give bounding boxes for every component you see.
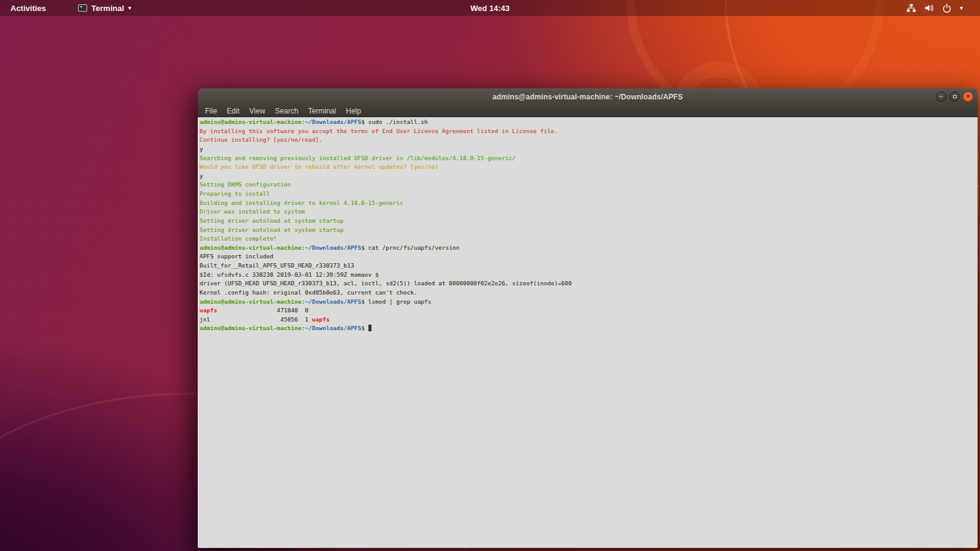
volume-icon [924, 3, 934, 13]
grep-match: uapfs [200, 307, 217, 314]
menu-item-edit[interactable]: Edit [222, 106, 244, 116]
terminal-line: jnl 45056 1 uapfs [200, 315, 978, 325]
terminal-app-icon [78, 4, 87, 12]
menu-bar: FileEditViewSearchTerminalHelp [198, 105, 978, 117]
prompt-path: ~/Downloads/APFS [305, 325, 362, 331]
terminal-line: $Id: ufsdvfs.c 330238 2019-03-01 12:39:5… [200, 271, 978, 280]
terminal-line: Preparing to install [200, 190, 978, 199]
terminal-line: Continue installing? [yes/no/read]. [200, 136, 978, 145]
terminal-text-segment: Continue installing? [yes/no/read]. [200, 136, 322, 143]
menu-item-terminal[interactable]: Terminal [303, 106, 341, 116]
terminal-text-segment: Would you like UFSD driver to rebuild af… [200, 163, 438, 170]
command-cat-version: cat /proc/fs/uapfs/version [368, 244, 460, 251]
menu-item-file[interactable]: File [200, 106, 222, 116]
terminal-text-segment: $ [361, 298, 368, 305]
close-button[interactable]: ✕ [963, 91, 973, 102]
terminal-line: Setting DKMS configuration [200, 180, 978, 190]
command-lsmod: lsmod | grep uapfs [368, 298, 432, 305]
prompt-user-host: admins@admins-virtual-machine [200, 325, 301, 331]
terminal-text-segment: By installing this software you accept t… [200, 128, 558, 134]
prompt-user-host: admins@admins-virtual-machine [200, 244, 301, 251]
terminal-text-segment: $Id: ufsdvfs.c 330238 2019-03-01 12:39:5… [200, 271, 379, 278]
terminal-text-segment: y [200, 145, 203, 152]
cursor-block [368, 325, 372, 331]
prompt-user-host: admins@admins-virtual-machine [200, 298, 301, 305]
terminal-line: Searching and removing previously instal… [200, 154, 978, 163]
terminal-text-segment: $ [361, 325, 368, 331]
terminal-line: Driver was installed to system [200, 207, 978, 217]
terminal-window: admins@admins-virtual-machine: ~/Downloa… [198, 88, 978, 548]
terminal-line: Installation complete! [200, 234, 978, 244]
terminal-line: driver (UFSD_HEAD UFSD_HEAD_r330373_b13,… [200, 279, 978, 288]
terminal-line: uapfs 471040 0 [200, 306, 978, 315]
activities-button[interactable]: Activities [8, 2, 49, 14]
grep-match: uapfs [312, 316, 330, 323]
terminal-text-segment: driver (UFSD_HEAD UFSD_HEAD_r330373_b13,… [200, 280, 572, 287]
terminal-line: Setting driver autoload at system startu… [200, 217, 978, 226]
app-menu-terminal[interactable]: Terminal ▾ [76, 2, 134, 14]
app-menu-label: Terminal [91, 4, 124, 13]
menu-item-view[interactable]: View [244, 106, 270, 116]
terminal-line: APFS support included [200, 252, 978, 261]
menu-item-help[interactable]: Help [341, 106, 366, 116]
terminal-line: Building and installing driver to kernel… [200, 199, 978, 208]
terminal-text-segment: Setting driver autoload at system startu… [200, 217, 344, 224]
command-install: sudo ./install.sh [368, 118, 428, 125]
terminal-text-segment: $ [361, 118, 368, 125]
system-status-area[interactable]: ▾ [906, 0, 963, 16]
chevron-down-icon: ▾ [128, 6, 131, 11]
terminal-line: admins@admins-virtual-machine:~/Download… [200, 244, 978, 253]
terminal-line: admins@admins-virtual-machine:~/Download… [200, 118, 978, 127]
window-controls: ─ ✕ [936, 91, 973, 102]
terminal-text-segment: Preparing to install [200, 190, 270, 197]
prompt-path: ~/Downloads/APFS [305, 118, 362, 125]
clock[interactable]: Wed 14:43 [470, 0, 510, 16]
terminal-line: Would you like UFSD driver to rebuild af… [200, 163, 978, 172]
terminal-text-segment: Kernel .config hash: original 0xd05b0e63… [200, 289, 418, 296]
terminal-output[interactable]: admins@admins-virtual-machine:~/Download… [198, 117, 978, 548]
minimize-button[interactable]: ─ [936, 91, 946, 102]
window-title: admins@admins-virtual-machine: ~/Downloa… [492, 93, 683, 101]
terminal-text-segment: Setting driver autoload at system startu… [200, 226, 344, 233]
terminal-text-segment: Building and installing driver to kernel… [200, 199, 403, 206]
terminal-text-segment: jnl 45056 1 [200, 316, 312, 323]
window-header: admins@admins-virtual-machine: ~/Downloa… [198, 88, 978, 117]
terminal-text-segment: y [200, 172, 203, 179]
title-bar[interactable]: admins@admins-virtual-machine: ~/Downloa… [198, 88, 978, 105]
top-bar: Activities Terminal ▾ Wed 14:43 ▾ [0, 0, 980, 16]
terminal-line: admins@admins-virtual-machine:~/Download… [200, 324, 978, 333]
prompt-path: ~/Downloads/APFS [305, 298, 362, 305]
terminal-line: By installing this software you accept t… [200, 127, 978, 136]
maximize-icon [953, 95, 957, 98]
terminal-text-segment: Built_for__Retail_APFS_UFSD_HEAD_r330373… [200, 262, 354, 269]
terminal-text-segment: Installation complete! [200, 235, 277, 242]
terminal-text-segment: Driver was installed to system [200, 208, 305, 215]
terminal-line: Setting driver autoload at system startu… [200, 226, 978, 235]
terminal-line: Kernel .config hash: original 0xd05b0e63… [200, 288, 978, 298]
terminal-text-segment: $ [361, 244, 368, 251]
maximize-button[interactable] [949, 91, 960, 102]
terminal-text-segment: Setting DKMS configuration [200, 181, 291, 188]
prompt-user-host: admins@admins-virtual-machine [200, 118, 301, 125]
prompt-path: ~/Downloads/APFS [305, 244, 362, 251]
menu-item-search[interactable]: Search [270, 106, 303, 116]
terminal-line: Built_for__Retail_APFS_UFSD_HEAD_r330373… [200, 261, 978, 271]
terminal-text-segment: 471040 0 [217, 307, 309, 314]
terminal-text-segment: APFS support included [200, 253, 273, 260]
network-icon [906, 3, 916, 13]
terminal-text-segment: Searching and removing previously instal… [200, 155, 516, 161]
chevron-down-icon: ▾ [960, 6, 963, 11]
terminal-line: y [200, 145, 978, 154]
terminal-line: admins@admins-virtual-machine:~/Download… [200, 298, 978, 307]
power-icon [942, 3, 952, 13]
terminal-line: y [200, 172, 978, 181]
